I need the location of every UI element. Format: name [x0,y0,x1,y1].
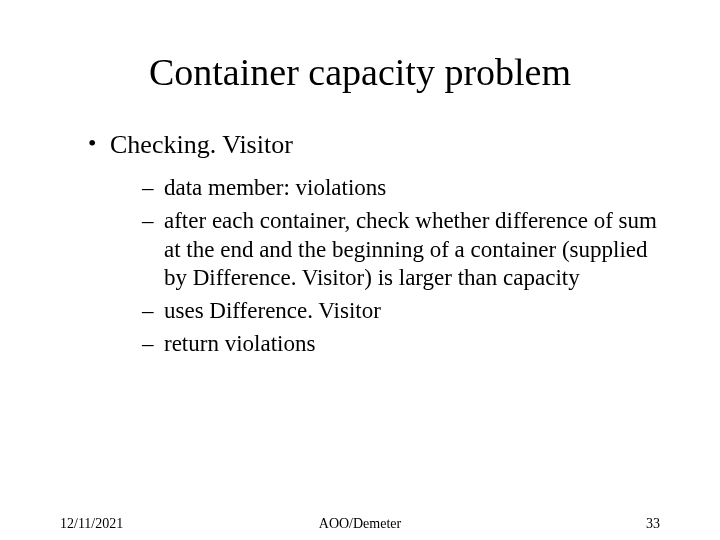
bullet-text: uses Difference. Visitor [164,298,381,323]
slide-title: Container capacity problem [60,50,660,94]
bullet-text: Checking. Visitor [110,130,293,159]
slide: Container capacity problem Checking. Vis… [0,0,720,540]
bullet-list-level2: data member: violations after each conta… [110,174,660,359]
bullet-text: return violations [164,331,315,356]
list-item: data member: violations [142,174,660,203]
list-item: after each container, check whether diff… [142,207,660,293]
list-item: Checking. Visitor data member: violation… [88,130,660,359]
bullet-list-level1: Checking. Visitor data member: violation… [60,130,660,359]
list-item: return violations [142,330,660,359]
bullet-text: data member: violations [164,175,386,200]
footer-page-number: 33 [646,516,660,532]
list-item: uses Difference. Visitor [142,297,660,326]
footer-center: AOO/Demeter [0,516,720,532]
bullet-text: after each container, check whether diff… [164,208,657,291]
